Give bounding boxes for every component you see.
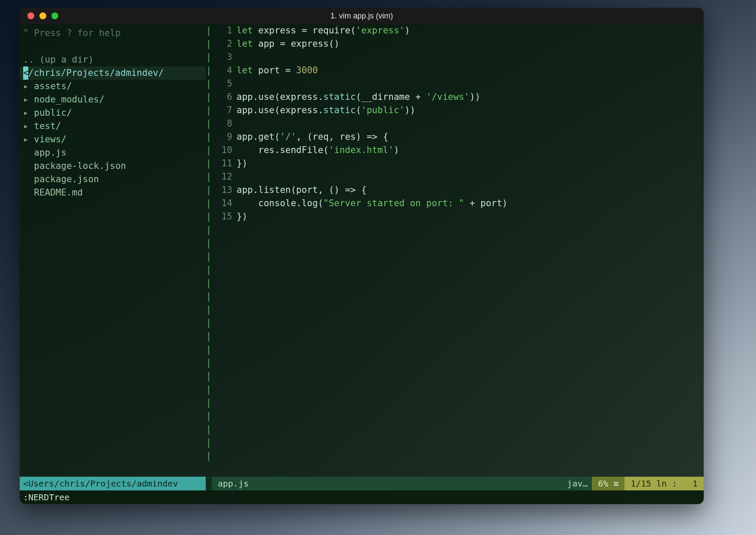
line-number: 14 bbox=[212, 197, 232, 210]
tree-file[interactable]: app.js bbox=[20, 146, 206, 159]
line-number: 10 bbox=[212, 144, 232, 157]
line-number: 3 bbox=[212, 51, 232, 64]
code-line[interactable]: console.log("Server started on port: " +… bbox=[237, 197, 704, 210]
status-percent: 6% ≡ bbox=[592, 477, 624, 490]
nerdtree-root-path: /chris/Projects/admindev/ bbox=[28, 68, 164, 78]
code-line[interactable] bbox=[237, 170, 704, 183]
status-position: 1/15 ln : 1 bbox=[624, 477, 704, 490]
code-area[interactable]: let express = require('express')let app … bbox=[237, 24, 704, 477]
close-icon[interactable] bbox=[27, 12, 34, 19]
minimize-icon[interactable] bbox=[39, 12, 46, 19]
nerdtree-root[interactable]: </chris/Projects/admindev/ bbox=[20, 66, 206, 80]
tree-dir[interactable]: ▸ views/ bbox=[20, 133, 206, 146]
vim-panes: " Press ? for help .. (up a dir) </chris… bbox=[20, 24, 704, 477]
line-number: 7 bbox=[212, 104, 232, 117]
tree-dir[interactable]: ▸ public/ bbox=[20, 106, 206, 120]
code-line[interactable] bbox=[237, 77, 704, 90]
line-number: 13 bbox=[212, 183, 232, 197]
status-filename: app.js bbox=[212, 477, 255, 490]
nerdtree-up-dir[interactable]: .. (up a dir) bbox=[20, 53, 206, 66]
tree-file[interactable]: README.md bbox=[20, 186, 206, 199]
line-number: 8 bbox=[212, 117, 232, 130]
code-line[interactable]: }) bbox=[237, 210, 704, 223]
status-sep bbox=[206, 477, 212, 490]
chevron-right-icon: ▸ bbox=[23, 81, 34, 91]
window-title: 1. vim app.js (vim) bbox=[20, 12, 704, 21]
terminal-body: " Press ? for help .. (up a dir) </chris… bbox=[20, 24, 704, 504]
line-number: 4 bbox=[212, 64, 232, 77]
chevron-right-icon: ▸ bbox=[23, 121, 34, 131]
line-number: 2 bbox=[212, 37, 232, 51]
code-line[interactable]: app.listen(port, () => { bbox=[237, 183, 704, 197]
chevron-right-icon: ▸ bbox=[23, 108, 34, 118]
cursor-block: < bbox=[23, 66, 28, 80]
status-line: <Users/chris/Projects/admindev app.js ja… bbox=[20, 477, 704, 490]
tree-file[interactable]: package.json bbox=[20, 173, 206, 186]
code-line[interactable]: app.get('/', (req, res) => { bbox=[237, 130, 704, 144]
chevron-right-icon: ▸ bbox=[23, 94, 34, 105]
nerdtree-help: " Press ? for help bbox=[20, 27, 206, 40]
zoom-icon[interactable] bbox=[51, 12, 58, 19]
editor-pane[interactable]: 123456789101112131415 let express = requ… bbox=[212, 24, 704, 477]
line-number: 12 bbox=[212, 170, 232, 183]
code-line[interactable]: app.use(express.static(__dirname + '/vie… bbox=[237, 90, 704, 104]
line-number: 5 bbox=[212, 77, 232, 90]
vertical-split: ||||||||||||||||||||||||||||||||| bbox=[206, 24, 212, 477]
tree-file[interactable]: package-lock.json bbox=[20, 159, 206, 173]
desktop-background: 1. vim app.js (vim) " Press ? for help .… bbox=[0, 0, 756, 535]
line-number: 11 bbox=[212, 157, 232, 170]
titlebar: 1. vim app.js (vim) bbox=[20, 8, 704, 24]
line-number: 1 bbox=[212, 24, 232, 37]
status-nerdtree-path: <Users/chris/Projects/admindev bbox=[20, 477, 206, 490]
tree-dir[interactable]: ▸ node_modules/ bbox=[20, 93, 206, 106]
tree-dir[interactable]: ▸ assets/ bbox=[20, 80, 206, 93]
code-line[interactable]: let port = 3000 bbox=[237, 64, 704, 77]
code-line[interactable]: let app = express() bbox=[237, 37, 704, 51]
chevron-right-icon: ▸ bbox=[23, 134, 34, 144]
spacer bbox=[20, 40, 206, 53]
code-line[interactable] bbox=[237, 117, 704, 130]
status-mid bbox=[255, 477, 563, 490]
window-controls bbox=[20, 12, 58, 19]
tree-dir[interactable]: ▸ test/ bbox=[20, 120, 206, 133]
code-line[interactable]: let express = require('express') bbox=[237, 24, 704, 37]
command-line[interactable]: :NERDTree bbox=[20, 490, 704, 504]
line-number: 6 bbox=[212, 90, 232, 104]
code-line[interactable]: }) bbox=[237, 157, 704, 170]
code-line[interactable]: app.use(express.static('public')) bbox=[237, 104, 704, 117]
code-line[interactable]: res.sendFile('index.html') bbox=[237, 144, 704, 157]
nerdtree-pane[interactable]: " Press ? for help .. (up a dir) </chris… bbox=[20, 24, 206, 477]
terminal-window: 1. vim app.js (vim) " Press ? for help .… bbox=[20, 8, 704, 504]
line-number: 9 bbox=[212, 130, 232, 144]
code-line[interactable] bbox=[237, 51, 704, 64]
status-filetype: jav… bbox=[563, 477, 592, 490]
line-number-gutter: 123456789101112131415 bbox=[212, 24, 237, 477]
line-number: 15 bbox=[212, 210, 232, 223]
